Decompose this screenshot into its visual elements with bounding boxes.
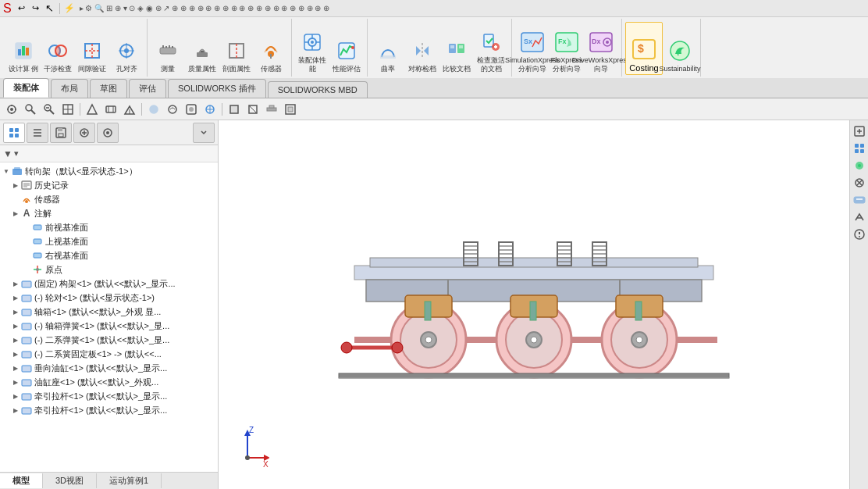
tree-traction-rod1[interactable]: ▶ 牵引拉杆<1> (默认<<默认>_显示... xyxy=(0,389,218,403)
tab-motion[interactable]: 运动算例1 xyxy=(97,473,162,488)
view-btn-11[interactable] xyxy=(201,101,219,118)
cursor-icon[interactable]: ↖ xyxy=(43,2,57,16)
tab-model[interactable]: 模型 xyxy=(0,473,43,488)
panel-tab-add[interactable] xyxy=(73,123,95,143)
right-btn-1[interactable] xyxy=(852,123,867,139)
wheelset-expand[interactable]: ▶ xyxy=(11,293,20,302)
tree-sensors[interactable]: ▶ 传感器 xyxy=(0,192,218,206)
right-btn-5[interactable] xyxy=(852,192,867,208)
view-tool-group: 曲率 对称检档 xyxy=(368,19,512,77)
panel-tab-save[interactable] xyxy=(50,123,72,143)
simulation-xpress-button[interactable]: Sx SimulationXpress 分析向导 xyxy=(515,22,550,75)
tree-top-plane[interactable]: ▶ 上视基准面 xyxy=(0,234,218,248)
tab-layout[interactable]: 布局 xyxy=(51,79,88,98)
axlebox-spring-expand[interactable]: ▶ xyxy=(11,321,20,330)
history-expand-icon[interactable]: ▶ xyxy=(11,180,20,190)
tree-spring-plate[interactable]: ▶ (-) 二系簧固定板<1> -> (默认<<... xyxy=(0,347,218,361)
tree-wheelset[interactable]: ▶ (-) 轮对<1> (默认<显示状态-1>) xyxy=(0,291,218,305)
tab-assembly[interactable]: 装配体 xyxy=(3,78,49,98)
traction-rod2-expand[interactable]: ▶ xyxy=(11,405,20,415)
view-btn-15[interactable] xyxy=(282,101,299,118)
tab-3d-view[interactable]: 3D视图 xyxy=(43,473,97,488)
frame-expand[interactable]: ▶ xyxy=(11,279,20,288)
sustainability-button[interactable]: Sustainability xyxy=(663,22,697,75)
tree-front-plane[interactable]: ▶ 前视基准面 xyxy=(0,220,218,234)
view-btn-12[interactable] xyxy=(226,101,243,118)
right-btn-3[interactable] xyxy=(852,158,867,173)
tab-sketch[interactable]: 草图 xyxy=(90,79,127,98)
check-active-button[interactable]: 检查激活的文档 xyxy=(474,22,508,75)
svg-rect-14 xyxy=(160,48,176,54)
view-btn-10[interactable] xyxy=(183,101,200,118)
tab-sw-mbd[interactable]: SOLIDWORKS MBD xyxy=(268,81,368,98)
panel-tab-circle[interactable] xyxy=(97,123,119,143)
interference-check-button[interactable]: 干涉检查 xyxy=(41,22,75,75)
sensor-button[interactable]: 传感器 xyxy=(254,22,288,75)
spring-plate-expand[interactable]: ▶ xyxy=(11,349,20,359)
clearance-verify-button[interactable]: 间隙验证 xyxy=(75,22,109,75)
assembly-performance-button[interactable]: 装配体性能 xyxy=(295,22,329,75)
tab-sw-plugins[interactable]: SOLIDWORKS 插件 xyxy=(168,79,266,98)
svg-point-104 xyxy=(106,131,109,134)
tree-cylinder-seat[interactable]: ▶ 油缸座<1> (默认<<默认>_外观... xyxy=(0,375,218,389)
filter-icon[interactable]: ▼ xyxy=(3,148,12,159)
symmetry-check-button[interactable]: 对称检档 xyxy=(405,22,439,75)
compare-docs-button[interactable]: 比较文档 xyxy=(439,22,474,75)
redo-icon[interactable]: ↪ xyxy=(29,2,43,16)
view-btn-9[interactable] xyxy=(164,101,181,118)
view-btn-2[interactable] xyxy=(22,101,39,118)
panel-tab-feature[interactable] xyxy=(3,123,25,143)
curvature-button[interactable]: 曲率 xyxy=(371,22,405,75)
tree-annotations[interactable]: ▶ A 注解 xyxy=(0,206,218,220)
axlebox-expand[interactable]: ▶ xyxy=(11,307,20,316)
tree-secondary-spring[interactable]: ▶ (-) 二系弹簧<1> (默认<<默认>_显... xyxy=(0,333,218,347)
view-btn-7[interactable] xyxy=(121,101,138,118)
view-btn-14[interactable] xyxy=(263,101,280,118)
tree-frame[interactable]: ▶ (固定) 构架<1> (默认<<默认>_显示... xyxy=(0,277,218,291)
tree-vertical-cylinder[interactable]: ▶ 垂向油缸<1> (默认<<默认>_显示... xyxy=(0,361,218,375)
root-expand-icon[interactable]: ▼ xyxy=(2,166,11,176)
traction-rod1-expand[interactable]: ▶ xyxy=(11,391,20,401)
view-btn-13[interactable] xyxy=(244,101,261,118)
performance-eval-button[interactable]: 性能评估 xyxy=(329,22,364,75)
view-btn-5[interactable] xyxy=(84,101,101,118)
rebuild-icon[interactable]: ⚡ xyxy=(62,2,76,16)
driveworks-xpress-button[interactable]: Dx DriveWorksXpress 向导 xyxy=(584,22,618,75)
tree-origin[interactable]: ▶ 原点 xyxy=(0,262,218,277)
annotations-expand-icon[interactable]: ▶ xyxy=(11,209,20,218)
view-btn-8[interactable] xyxy=(145,101,162,118)
filter-dropdown[interactable]: ▾ xyxy=(14,148,19,159)
viewport[interactable]: Z X xyxy=(219,120,849,489)
view-btn-6[interactable] xyxy=(102,101,119,118)
tree-history[interactable]: ▶ 历史记录 xyxy=(0,178,218,192)
right-btn-6[interactable] xyxy=(852,209,867,225)
costing-tool-group: $ Costing Sustainability xyxy=(622,19,701,77)
right-btn-2[interactable] xyxy=(852,141,867,156)
vertical-cylinder-expand[interactable]: ▶ xyxy=(11,363,20,373)
symmetry-check-label: 对称检档 xyxy=(408,65,436,73)
tree-axlebox[interactable]: ▶ 轴箱<1> (默认<<默认>_外观 显... xyxy=(0,305,218,319)
right-btn-7[interactable] xyxy=(852,227,867,242)
right-btn-4[interactable] xyxy=(852,175,867,191)
origin-label: 原点 xyxy=(45,264,62,276)
view-btn-1[interactable] xyxy=(3,101,20,118)
measure-button[interactable]: 测量 xyxy=(151,22,185,75)
mass-properties-button[interactable]: 质量属性 xyxy=(185,22,219,75)
panel-tab-expand[interactable] xyxy=(193,123,215,143)
clearance-verify-label: 间隙验证 xyxy=(78,65,106,73)
secondary-spring-expand[interactable]: ▶ xyxy=(11,335,20,344)
tree-axlebox-spring[interactable]: ▶ (-) 轴箱弹簧<1> (默认<<默认>_显... xyxy=(0,319,218,333)
section-properties-button[interactable]: 剖面属性 xyxy=(219,22,254,75)
view-btn-3[interactable] xyxy=(41,101,58,118)
costing-button[interactable]: $ Costing xyxy=(625,22,663,75)
panel-tab-list[interactable] xyxy=(27,123,48,143)
tree-right-plane[interactable]: ▶ 右视基准面 xyxy=(0,248,218,262)
tree-root[interactable]: ▼ 转向架（默认<显示状态-1>） xyxy=(0,164,218,178)
cylinder-seat-expand[interactable]: ▶ xyxy=(11,377,20,387)
tree-traction-rod2[interactable]: ▶ 牵引拉杆<1> (默认<<默认>_显示... xyxy=(0,403,218,417)
tab-evaluate[interactable]: 评估 xyxy=(129,79,166,98)
undo-icon[interactable]: ↩ xyxy=(15,2,29,16)
design-study-button[interactable]: 设计算 例 xyxy=(6,22,41,75)
hole-align-button[interactable]: 孔对齐 xyxy=(109,22,144,75)
view-btn-4[interactable] xyxy=(59,101,76,118)
